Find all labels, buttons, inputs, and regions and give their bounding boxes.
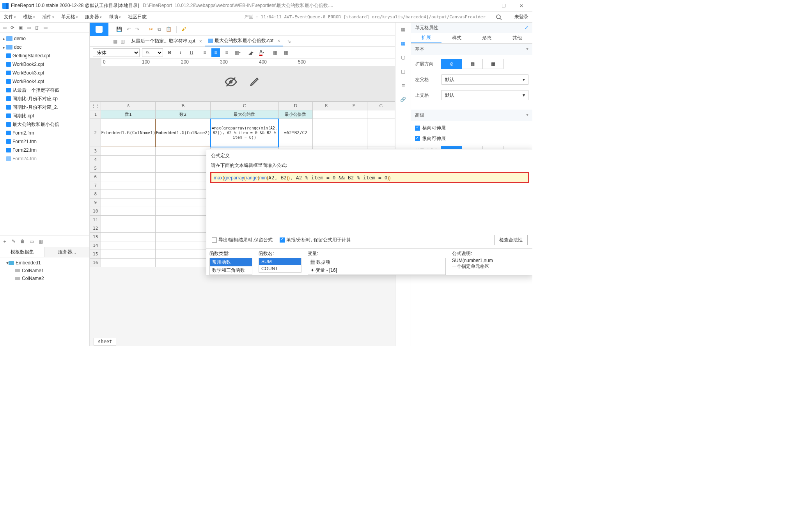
label-direction: 扩展方向 bbox=[415, 61, 441, 67]
login-status[interactable]: 未登录 bbox=[514, 14, 528, 20]
tab-grid-icon[interactable]: ▥ bbox=[121, 39, 125, 44]
menu-server[interactable]: 服务器▾ bbox=[85, 14, 102, 20]
stretch-v-checkbox[interactable]: 纵向可伸展 bbox=[415, 135, 528, 142]
chevron-down-icon[interactable]: ▾ bbox=[526, 46, 528, 53]
font-color-button[interactable]: A▾ bbox=[257, 48, 266, 57]
sheet-tab[interactable]: sheet bbox=[94, 338, 116, 346]
app-logo-icon bbox=[2, 3, 9, 9]
search-icon[interactable] bbox=[496, 14, 502, 20]
preserve-export-checkbox[interactable]: 导出/编辑结果时,保留公式 bbox=[212, 237, 273, 243]
delete-icon[interactable]: 🗑 bbox=[35, 25, 39, 30]
horizontal-ruler: 0 100 200 300 400 500 bbox=[101, 58, 395, 66]
italic-button[interactable]: I bbox=[176, 48, 185, 57]
menu-plugin[interactable]: 插件▾ bbox=[42, 14, 54, 20]
dataset-tree[interactable]: ▾Embedded1 ColName1 ColName2 bbox=[0, 257, 89, 346]
label-left-parent: 左父格 bbox=[415, 76, 441, 83]
var-item[interactable]: ✦ 变量 - [16] bbox=[308, 266, 445, 275]
new-file-icon[interactable]: ▭ bbox=[2, 25, 7, 30]
column-icon bbox=[15, 277, 20, 280]
func-type-item[interactable]: 常用函数 bbox=[210, 258, 252, 266]
preview-dataset-icon[interactable]: ▦ bbox=[39, 239, 43, 244]
align-center-button[interactable]: ≡ bbox=[211, 48, 220, 57]
tab-other[interactable]: 其他 bbox=[502, 33, 532, 43]
menu-cell[interactable]: 单元格▾ bbox=[61, 14, 78, 20]
label-up-parent: 上父格 bbox=[415, 92, 441, 99]
rename-icon[interactable]: ▭ bbox=[27, 25, 31, 30]
open-icon[interactable]: ▣ bbox=[18, 25, 23, 30]
tool-layout-icon[interactable]: ▦ bbox=[399, 25, 408, 34]
panel-title: 单元格属性 bbox=[415, 25, 438, 31]
stretch-h-checkbox[interactable]: 横向可伸展 bbox=[415, 125, 528, 131]
paste-icon[interactable]: 📋 bbox=[166, 27, 172, 32]
close-button[interactable]: ✕ bbox=[512, 0, 530, 11]
cut-icon[interactable]: ✂ bbox=[149, 27, 153, 32]
border-button[interactable]: ▦▾ bbox=[233, 48, 242, 57]
add-dataset-icon[interactable]: ＋ bbox=[2, 238, 7, 245]
save-icon[interactable]: 💾 bbox=[116, 27, 122, 32]
tab-server-dataset[interactable]: 服务器... bbox=[44, 247, 89, 257]
label-variable: 变量: bbox=[308, 250, 446, 257]
edit-icon[interactable] bbox=[249, 75, 261, 89]
tool-crop-icon[interactable]: ▢ bbox=[399, 53, 408, 62]
font-size-select[interactable]: 9.0 bbox=[142, 48, 163, 57]
tool-condition-icon[interactable]: ≣ bbox=[399, 81, 408, 90]
form-icon bbox=[6, 131, 11, 135]
var-item[interactable]: ▦ 数据项 bbox=[308, 258, 445, 266]
preview-button[interactable] bbox=[90, 23, 108, 36]
tab-layout-icon[interactable]: ▦ bbox=[113, 39, 117, 44]
align-left-button[interactable]: ≡ bbox=[200, 48, 209, 57]
menu-file[interactable]: 文件▾ bbox=[4, 14, 16, 20]
direction-none-button[interactable]: ⊘ bbox=[441, 59, 462, 69]
cell-A1: 数1 bbox=[101, 110, 156, 119]
label-func-name: 函数名: bbox=[259, 250, 301, 257]
up-parent-select[interactable]: 默认▾ bbox=[441, 90, 528, 100]
minimize-button[interactable]: — bbox=[477, 0, 495, 11]
tab-shape[interactable]: 形态 bbox=[472, 33, 502, 43]
menu-community[interactable]: 社区日志 bbox=[128, 14, 147, 20]
merge-button[interactable]: ▦ bbox=[271, 48, 279, 57]
font-family-select[interactable]: 宋体 bbox=[93, 48, 140, 57]
fill-color-button[interactable]: ◢▾ bbox=[246, 48, 255, 57]
validate-button[interactable]: 检查合法性 bbox=[494, 235, 528, 245]
direction-vertical-button[interactable]: ▦ bbox=[482, 59, 504, 69]
bold-button[interactable]: B bbox=[165, 48, 174, 57]
tool-widget-icon[interactable]: ◫ bbox=[399, 67, 408, 76]
copy-icon[interactable]: ⧉ bbox=[158, 27, 161, 32]
preserve-fill-checkbox[interactable]: 填报/分析时, 保留公式用于计算 bbox=[280, 237, 351, 243]
align-right-button[interactable]: ≡ bbox=[222, 48, 231, 57]
tab-file-1[interactable]: 从最后一个指定... 取字符串.cpt× bbox=[128, 36, 205, 46]
direction-horizontal-button[interactable]: ▦ bbox=[462, 59, 483, 69]
func-name-item[interactable]: SUM bbox=[259, 258, 301, 265]
copy-dataset-icon[interactable]: ▭ bbox=[30, 239, 34, 244]
func-type-item[interactable]: 数学和三角函数 bbox=[210, 266, 252, 275]
menu-help[interactable]: 帮助▾ bbox=[109, 14, 121, 20]
formula-input[interactable]: max(greparray(range(min(A2, B2)), A2 % i… bbox=[210, 172, 529, 183]
refresh-icon[interactable]: ⟳ bbox=[11, 25, 14, 30]
tab-expand[interactable]: 扩展 bbox=[411, 33, 441, 43]
edit-dataset-icon[interactable]: ✎ bbox=[12, 239, 16, 244]
label-desc: 公式说明: bbox=[452, 250, 530, 257]
visibility-icon[interactable] bbox=[224, 75, 238, 89]
file-tree[interactable]: ▸demo ▸doc GettingStarted.cpt WorkBook2.… bbox=[0, 33, 89, 236]
tab-file-2[interactable]: 最大公约数和最小公倍数.cpt× bbox=[205, 36, 283, 46]
redo-icon[interactable]: ↷ bbox=[135, 27, 139, 32]
tab-template-dataset[interactable]: 模板数据集 bbox=[0, 247, 44, 257]
export-icon[interactable]: ▭ bbox=[43, 25, 48, 30]
maximize-button[interactable]: ☐ bbox=[495, 0, 512, 11]
brush-icon[interactable]: 🖌 bbox=[181, 27, 186, 32]
left-parent-select[interactable]: 默认▾ bbox=[441, 74, 528, 85]
func-name-item[interactable]: COUNT bbox=[259, 265, 301, 272]
tool-link-icon[interactable]: 🔗 bbox=[399, 95, 408, 104]
menu-template[interactable]: 模板▾ bbox=[23, 14, 35, 20]
undo-icon[interactable]: ↶ bbox=[127, 27, 131, 32]
chevron-down-icon[interactable]: ▾ bbox=[526, 112, 528, 119]
label-func-type: 函数类型: bbox=[209, 250, 252, 257]
tab-menu-icon[interactable]: ↘ bbox=[287, 39, 291, 44]
tab-style[interactable]: 样式 bbox=[441, 33, 472, 43]
expand-panel-icon[interactable]: ⤢ bbox=[525, 25, 528, 30]
delete-dataset-icon[interactable]: 🗑 bbox=[20, 239, 25, 244]
unmerge-button[interactable]: ▦ bbox=[282, 48, 290, 57]
underline-button[interactable]: U bbox=[187, 48, 196, 57]
tool-cell-icon[interactable]: ▦ bbox=[399, 39, 408, 48]
svg-point-0 bbox=[496, 15, 500, 19]
